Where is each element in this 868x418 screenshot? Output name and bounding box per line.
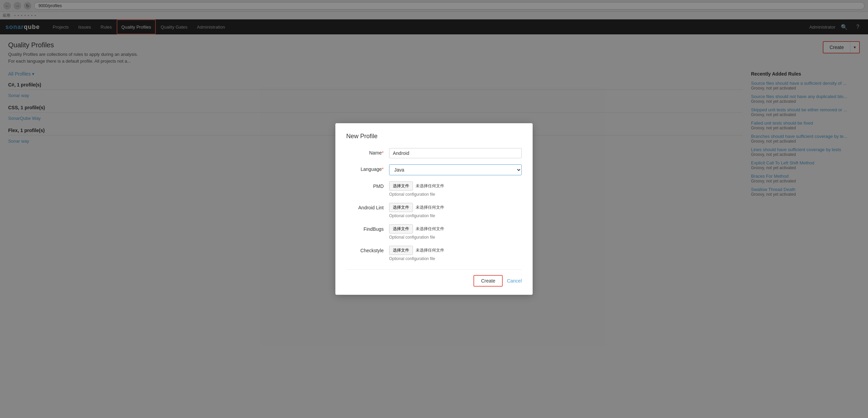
name-input-wrap	[389, 148, 522, 158]
file-upload-row-1: 选择文件未选择任何文件	[389, 203, 522, 207]
name-label: Name*	[346, 148, 384, 156]
new-profile-modal: New Profile Name* Language* Java C# CSS …	[335, 123, 533, 207]
file-choose-button-0[interactable]: 选择文件	[389, 181, 413, 191]
file-none-text-1: 未选择任何文件	[416, 205, 444, 207]
language-select-wrap: Java C# CSS Flex Groovy JavaScript PHP P…	[389, 164, 522, 175]
file-label-0: PMD	[346, 181, 384, 189]
file-choose-button-1[interactable]: 选择文件	[389, 203, 413, 207]
file-none-text-0: 未选择任何文件	[416, 183, 444, 189]
name-input[interactable]	[389, 148, 522, 158]
file-upload-row-0: 选择文件未选择任何文件	[389, 181, 522, 191]
file-hint-0: Optional configuration file	[389, 192, 522, 197]
modal-overlay: New Profile Name* Language* Java C# CSS …	[0, 0, 868, 207]
file-fields: PMD选择文件未选择任何文件Optional configuration fil…	[346, 181, 522, 207]
file-label-1: Android Lint	[346, 203, 384, 207]
file-wrap-0: 选择文件未选择任何文件Optional configuration file	[389, 181, 522, 197]
language-row: Language* Java C# CSS Flex Groovy JavaSc…	[346, 164, 522, 175]
name-row: Name*	[346, 148, 522, 158]
file-row-0: PMD选择文件未选择任何文件Optional configuration fil…	[346, 181, 522, 197]
language-label: Language*	[346, 164, 384, 172]
file-row-1: Android Lint选择文件未选择任何文件Optional configur…	[346, 203, 522, 207]
modal-title: New Profile	[346, 133, 522, 140]
file-wrap-1: 选择文件未选择任何文件Optional configuration file	[389, 203, 522, 207]
language-select[interactable]: Java C# CSS Flex Groovy JavaScript PHP P…	[389, 164, 522, 175]
name-required-star: *	[382, 150, 384, 156]
language-required-star: *	[382, 166, 384, 172]
